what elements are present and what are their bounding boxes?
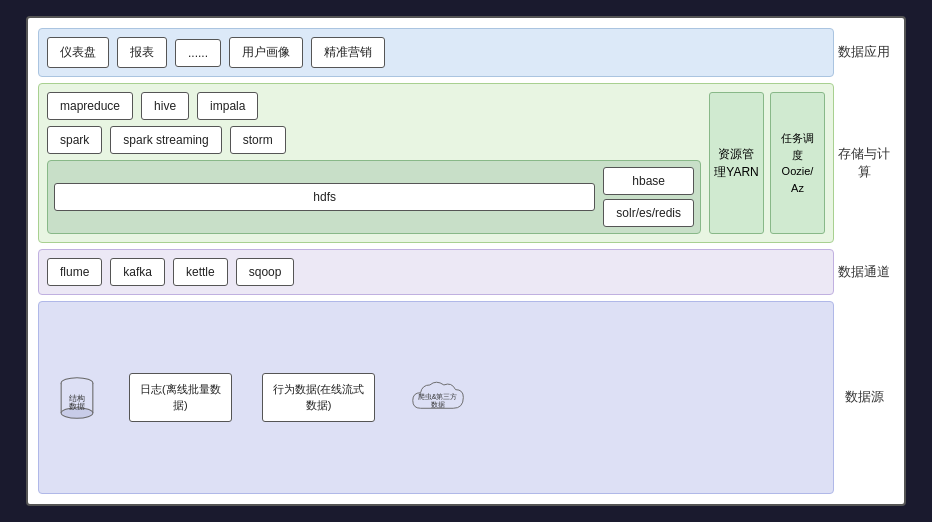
layer-compute-content: mapreduce hive impala spark spark stream…: [38, 83, 834, 243]
compute-right: 资源管 理YARN 任务调 度 Oozie/ Az: [709, 92, 825, 234]
item-hdfs: hdfs: [54, 183, 595, 211]
compute-row2: spark spark streaming storm: [47, 126, 701, 154]
label-source: 数据源: [834, 301, 894, 494]
item-mapreduce: mapreduce: [47, 92, 133, 120]
layer-app-row: 仪表盘 报表 ...... 用户画像 精准营销 数据应用: [38, 28, 894, 77]
app-item-dashboard: 仪表盘: [47, 37, 109, 68]
app-item-report: 报表: [117, 37, 167, 68]
layer-source-content: 结构 数据 日志(离线批量数 据) 行为数据(在线流式 数据): [38, 301, 834, 494]
layer-source-row: 结构 数据 日志(离线批量数 据) 行为数据(在线流式 数据): [38, 301, 894, 494]
layer-app-content: 仪表盘 报表 ...... 用户画像 精准营销: [38, 28, 834, 77]
source-log: 日志(离线批量数 据): [129, 373, 232, 422]
svg-text:爬虫&第三方: 爬虫&第三方: [418, 392, 458, 399]
svg-text:数据: 数据: [431, 400, 445, 407]
cylinder-icon: 结构 数据: [55, 376, 99, 420]
hbase-col: hbase solr/es/redis: [603, 167, 694, 227]
item-storm: storm: [230, 126, 286, 154]
compute-inner: mapreduce hive impala spark spark stream…: [47, 92, 825, 234]
layer-channel-content: flume kafka kettle sqoop: [38, 249, 834, 295]
cloud-icon: 爬虫&第三方 数据: [405, 375, 475, 421]
layer-channel-row: flume kafka kettle sqoop 数据通道: [38, 249, 894, 295]
layer-compute-row: mapreduce hive impala spark spark stream…: [38, 83, 894, 243]
label-channel: 数据通道: [834, 249, 894, 295]
item-flume: flume: [47, 258, 102, 286]
log-box: 日志(离线批量数 据): [129, 373, 232, 422]
label-compute: 存储与计算: [834, 83, 894, 243]
compute-storage: hdfs hbase solr/es/redis: [47, 160, 701, 234]
behavior-box: 行为数据(在线流式 数据): [262, 373, 376, 422]
diagram-container: 仪表盘 报表 ...... 用户画像 精准营销 数据应用 mapreduce h…: [26, 16, 906, 506]
compute-left: mapreduce hive impala spark spark stream…: [47, 92, 701, 234]
item-spark-streaming: spark streaming: [110, 126, 221, 154]
item-hive: hive: [141, 92, 189, 120]
compute-row1: mapreduce hive impala: [47, 92, 701, 120]
app-item-dots: ......: [175, 39, 221, 67]
item-hbase: hbase: [603, 167, 694, 195]
source-structured: 结构 数据: [55, 376, 99, 420]
item-solr: solr/es/redis: [603, 199, 694, 227]
svg-text:数据: 数据: [69, 402, 85, 411]
label-app: 数据应用: [834, 28, 894, 77]
item-kettle: kettle: [173, 258, 228, 286]
svg-text:结构: 结构: [69, 393, 85, 402]
app-item-user-portrait: 用户画像: [229, 37, 303, 68]
item-yarn: 资源管 理YARN: [709, 92, 764, 234]
item-sqoop: sqoop: [236, 258, 295, 286]
source-behavior: 行为数据(在线流式 数据): [262, 373, 376, 422]
item-kafka: kafka: [110, 258, 165, 286]
source-crawler: 爬虫&第三方 数据: [405, 375, 475, 421]
item-impala: impala: [197, 92, 258, 120]
item-spark: spark: [47, 126, 102, 154]
item-oozie: 任务调 度 Oozie/ Az: [770, 92, 825, 234]
app-item-precision-marketing: 精准营销: [311, 37, 385, 68]
